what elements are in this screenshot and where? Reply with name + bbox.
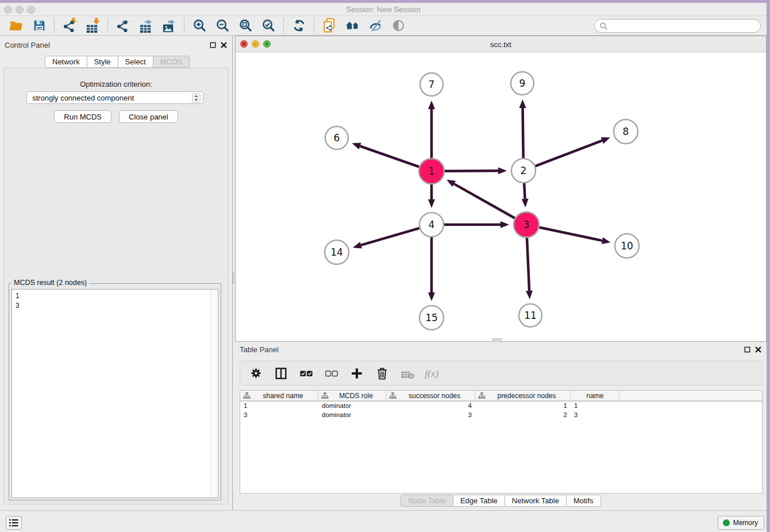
import-table-button[interactable] xyxy=(81,17,104,34)
toolbar-separator xyxy=(314,18,314,33)
tab-node-table[interactable]: Node Table xyxy=(401,495,453,507)
main-toolbar xyxy=(0,16,767,36)
close-panel-button[interactable]: Close panel xyxy=(119,110,178,123)
toolbar-separator xyxy=(184,18,184,33)
column-header-name[interactable]: name xyxy=(571,391,619,400)
toolbar-separator xyxy=(54,18,55,33)
edge-2-8[interactable] xyxy=(536,141,602,166)
delete-columns-button[interactable] xyxy=(374,365,391,382)
table-cell: 1 xyxy=(475,402,571,411)
export-table-button[interactable] xyxy=(134,17,157,34)
edge-3-11[interactable] xyxy=(527,238,529,291)
tab-network-table[interactable]: Network Table xyxy=(505,495,567,507)
table-cell: 4 xyxy=(386,402,475,411)
network-overview-button[interactable] xyxy=(341,17,364,34)
close-panel-icon[interactable] xyxy=(754,346,762,353)
graphics-details-button[interactable] xyxy=(387,17,410,34)
network-canvas[interactable]: 7968124314101511 xyxy=(236,52,766,341)
toolbar-separator xyxy=(107,18,108,33)
open-session-button[interactable] xyxy=(5,17,28,34)
column-icon xyxy=(274,367,288,380)
column-header-shared-name[interactable]: shared name xyxy=(240,391,318,400)
tab-network[interactable]: Network xyxy=(45,56,87,68)
zoom-out-button[interactable] xyxy=(211,17,234,34)
edge-1-2[interactable] xyxy=(445,171,498,171)
folder-icon xyxy=(9,19,24,33)
edge-2-3[interactable] xyxy=(524,183,525,199)
memory-button[interactable]: Memory xyxy=(718,516,764,530)
task-history-button[interactable] xyxy=(6,516,22,530)
edge-4-14[interactable] xyxy=(361,228,419,245)
table-mode-button[interactable] xyxy=(247,365,264,382)
tab-select[interactable]: Select xyxy=(118,56,153,68)
float-panel-icon[interactable] xyxy=(744,346,751,353)
float-panel-icon[interactable] xyxy=(209,41,217,49)
criterion-dropdown-value: strongly connected component xyxy=(32,94,134,102)
mcds-result-text[interactable]: 1 3 xyxy=(11,289,218,498)
edge-3-1[interactable] xyxy=(454,184,515,218)
table-cell: dominator xyxy=(318,402,386,411)
tab-mcds[interactable]: MCDS xyxy=(153,56,190,68)
mcds-result-groupbox: MCDS result (2 nodes) 1 3 xyxy=(9,283,221,500)
apply-layout-button[interactable] xyxy=(287,17,310,34)
arrowhead-1-2 xyxy=(498,167,507,174)
arrowhead-3-11 xyxy=(526,291,533,299)
import-network-icon xyxy=(62,17,78,34)
list-icon xyxy=(8,517,20,529)
network-graph[interactable]: 7968124314101511 xyxy=(236,52,766,341)
close-panel-icon[interactable] xyxy=(220,41,228,49)
table-panel: Table Panel f(x) shared nameMCDS rolesuc… xyxy=(235,342,767,510)
export-image-button[interactable] xyxy=(157,17,180,34)
edge-3-10[interactable] xyxy=(540,228,602,241)
table-toolbar: f(x) xyxy=(240,361,763,385)
tab-motifs[interactable]: Motifs xyxy=(567,495,601,507)
node-label-9: 9 xyxy=(519,78,526,89)
node-label-3: 3 xyxy=(523,219,530,230)
export-network-button[interactable] xyxy=(111,17,134,34)
node-label-1: 1 xyxy=(429,165,435,177)
arrowhead-4-15 xyxy=(428,292,435,301)
create-column-button[interactable] xyxy=(348,365,365,382)
function-builder-button: f(x) xyxy=(424,365,441,382)
network-view-window: ✕ − + scc.txt 7968124314101511 xyxy=(235,36,767,342)
application-window: Session: New Session Control Panel Netwo… xyxy=(0,3,767,532)
arrowhead-4-14 xyxy=(353,242,362,249)
table-row[interactable]: 1dominator411 xyxy=(240,402,762,411)
edge-1-6[interactable] xyxy=(360,146,419,167)
mcds-result-title: MCDS result (2 nodes) xyxy=(11,279,89,287)
deselect-all-button[interactable] xyxy=(323,365,340,382)
zoom-in-button[interactable] xyxy=(188,17,211,34)
contrast-icon xyxy=(391,18,406,33)
zoom-selected-icon xyxy=(261,18,276,33)
search-input[interactable] xyxy=(608,20,760,32)
run-mcds-button[interactable]: Run MCDS xyxy=(54,110,111,123)
select-all-button[interactable] xyxy=(298,365,315,382)
control-panel: Control Panel NetworkStyleSelectMCDS Opt… xyxy=(0,36,232,510)
edge-2-9[interactable] xyxy=(523,108,523,158)
column-header-predecessor-nodes[interactable]: predecessor nodes xyxy=(475,391,571,400)
show-columns-button[interactable] xyxy=(272,365,290,382)
zoom-fit-icon xyxy=(238,18,253,33)
hide-style-button[interactable] xyxy=(364,17,387,34)
control-panel-tabs: NetworkStyleSelectMCDS xyxy=(45,56,190,68)
table-row[interactable]: 3dominator323 xyxy=(240,411,762,420)
save-session-button[interactable] xyxy=(28,17,51,34)
criterion-dropdown[interactable]: strongly connected component xyxy=(26,91,203,104)
zoom-selected-button[interactable] xyxy=(257,17,280,34)
node-label-8: 8 xyxy=(623,126,629,137)
column-header-successor-nodes[interactable]: successor nodes xyxy=(386,391,475,400)
import-table-icon xyxy=(85,17,101,34)
new-network-from-selection-button[interactable] xyxy=(318,17,341,34)
style-slash-icon xyxy=(368,18,383,33)
tab-edge-table[interactable]: Edge Table xyxy=(453,495,505,507)
svg-text:f(x): f(x) xyxy=(425,367,438,379)
import-network-button[interactable] xyxy=(58,17,81,34)
arrowhead-2-9 xyxy=(519,99,526,108)
zoom-fit-button[interactable] xyxy=(234,17,257,34)
unchecked-pair-icon xyxy=(325,367,338,380)
column-header-MCDS-role[interactable]: MCDS role xyxy=(318,391,386,400)
tab-style[interactable]: Style xyxy=(87,56,118,68)
result-scrollbar[interactable] xyxy=(210,290,218,498)
hierarchy-icon xyxy=(321,392,329,399)
node-label-10: 10 xyxy=(621,240,633,252)
